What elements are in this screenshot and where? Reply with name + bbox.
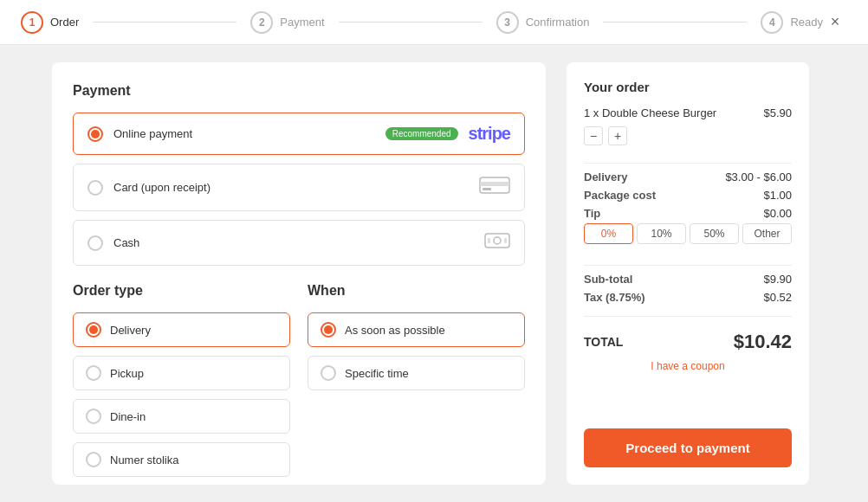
step-4: 4 Ready xyxy=(761,11,823,34)
delivery-row-label: Delivery xyxy=(584,171,628,183)
steps-nav: 1 Order 2 Payment 3 Confirmation 4 Ready xyxy=(21,11,823,34)
step-2-label: Payment xyxy=(280,16,324,29)
step-3: 3 Confirmation xyxy=(496,11,590,34)
svg-point-4 xyxy=(494,237,501,244)
svg-rect-5 xyxy=(488,238,490,243)
stripe-logo: stripe xyxy=(469,124,510,144)
radio-dine-in xyxy=(86,409,101,424)
delivery-row-value: $3.00 - $6.00 xyxy=(725,171,792,183)
pickup-label: Pickup xyxy=(110,367,144,380)
order-type-title: Order type xyxy=(73,283,290,299)
subtotal-label: Sub-total xyxy=(584,273,632,286)
tax-value: $0.52 xyxy=(763,291,792,304)
qty-minus-button[interactable]: − xyxy=(584,126,603,145)
qty-plus-button[interactable]: + xyxy=(608,126,627,145)
step-2-circle: 2 xyxy=(250,11,273,34)
svg-rect-1 xyxy=(480,182,509,186)
tip-btn-other[interactable]: Other xyxy=(742,223,792,244)
left-panel: Payment Online payment Recommended strip… xyxy=(52,62,546,485)
recommended-badge: Recommended xyxy=(385,127,458,140)
coupon-link[interactable]: I have a coupon xyxy=(584,360,792,372)
radio-numer-stolika xyxy=(86,452,101,467)
step-3-circle: 3 xyxy=(496,11,519,34)
divider-2 xyxy=(584,265,792,266)
close-button[interactable]: × xyxy=(823,10,847,35)
tax-label: Tax (8.75%) xyxy=(584,291,645,304)
numer-stolika-label: Numer stolika xyxy=(110,454,178,467)
order-option-pickup[interactable]: Pickup xyxy=(73,356,290,390)
order-item-name: 1 x Double Cheese Burger xyxy=(584,106,716,119)
radio-delivery xyxy=(86,322,101,338)
step-1-circle: 1 xyxy=(21,11,43,34)
dine-in-label: Dine-in xyxy=(110,410,146,423)
divider-1 xyxy=(584,163,792,164)
tip-btn-0[interactable]: 0% xyxy=(584,223,633,244)
tip-buttons: 0% 10% 50% Other xyxy=(584,223,792,244)
step-1: 1 Order xyxy=(21,11,79,34)
delivery-label: Delivery xyxy=(110,324,151,337)
order-type-when-section: Order type Delivery Pickup Dine-in Numer… xyxy=(73,283,525,485)
payment-option-online[interactable]: Online payment Recommended stripe xyxy=(73,113,525,155)
asap-label: As soon as possible xyxy=(345,324,445,337)
step-line-3 xyxy=(603,22,747,23)
radio-asap xyxy=(321,322,336,338)
svg-rect-2 xyxy=(483,188,491,190)
payment-option-cash[interactable]: Cash xyxy=(73,220,525,266)
package-row-label: Package cost xyxy=(584,189,656,202)
payment-card-label: Card (upon receipt) xyxy=(113,181,469,194)
when-option-specific[interactable]: Specific time xyxy=(308,356,525,390)
total-value: $10.42 xyxy=(734,331,792,353)
qty-controls: − + xyxy=(584,126,792,145)
step-4-circle: 4 xyxy=(761,11,783,34)
total-row: TOTAL $10.42 xyxy=(584,331,792,353)
step-line-2 xyxy=(339,22,483,23)
radio-specific-time xyxy=(321,365,336,381)
subtotal-row: Sub-total $9.90 xyxy=(584,273,792,286)
total-label: TOTAL xyxy=(584,335,623,349)
radio-cash xyxy=(87,235,103,251)
when-title: When xyxy=(308,283,525,299)
step-line-1 xyxy=(93,22,236,23)
tip-row: Tip $0.00 xyxy=(584,207,792,220)
package-row: Package cost $1.00 xyxy=(584,189,792,202)
step-1-label: Order xyxy=(50,16,79,29)
specific-time-label: Specific time xyxy=(345,367,409,380)
divider-3 xyxy=(584,316,792,317)
payment-cash-label: Cash xyxy=(113,236,474,249)
when-col: When As soon as possible Specific time xyxy=(308,283,525,485)
main-content: Payment Online payment Recommended strip… xyxy=(0,45,868,502)
card-icon xyxy=(479,175,510,200)
order-option-delivery[interactable]: Delivery xyxy=(73,312,290,347)
tip-btn-50[interactable]: 50% xyxy=(690,223,739,244)
proceed-button[interactable]: Proceed to payment xyxy=(584,428,792,467)
tip-btn-10[interactable]: 10% xyxy=(637,223,686,244)
tip-value: $0.00 xyxy=(763,207,792,220)
step-4-label: Ready xyxy=(790,16,823,29)
cash-icon xyxy=(484,231,510,254)
tip-label: Tip xyxy=(584,207,600,220)
right-panel: Your order 1 x Double Cheese Burger $5.9… xyxy=(567,62,809,485)
tip-section: Tip $0.00 0% 10% 50% Other xyxy=(584,207,792,251)
radio-pickup xyxy=(86,365,101,381)
top-bar: 1 Order 2 Payment 3 Confirmation 4 Ready… xyxy=(0,0,868,45)
step-2: 2 Payment xyxy=(250,11,324,34)
svg-rect-6 xyxy=(504,238,507,243)
delivery-row: Delivery $3.00 - $6.00 xyxy=(584,171,792,183)
payment-title: Payment xyxy=(73,83,525,99)
subtotal-value: $9.90 xyxy=(763,273,792,286)
order-option-numer-stolika[interactable]: Numer stolika xyxy=(73,442,290,477)
order-option-dine-in[interactable]: Dine-in xyxy=(73,399,290,434)
order-type-col: Order type Delivery Pickup Dine-in Numer… xyxy=(73,283,290,485)
package-row-value: $1.00 xyxy=(763,189,792,202)
payment-online-label: Online payment xyxy=(113,127,368,140)
payment-option-card[interactable]: Card (upon receipt) xyxy=(73,164,525,211)
tax-row: Tax (8.75%) $0.52 xyxy=(584,291,792,304)
order-item-row: 1 x Double Cheese Burger $5.90 xyxy=(584,106,792,119)
step-3-label: Confirmation xyxy=(526,16,590,29)
your-order-title: Your order xyxy=(584,80,792,94)
radio-card xyxy=(87,180,103,196)
when-option-asap[interactable]: As soon as possible xyxy=(308,312,525,347)
radio-online xyxy=(87,126,103,142)
order-item-price: $5.90 xyxy=(763,106,792,119)
